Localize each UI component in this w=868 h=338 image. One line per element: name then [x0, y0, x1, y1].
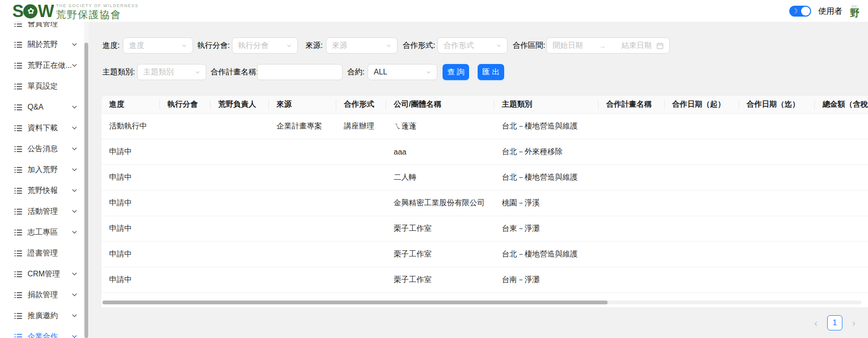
table-cell — [269, 216, 336, 242]
chevron-down-icon — [182, 43, 187, 48]
unordered-list-icon — [14, 103, 22, 111]
sidebar-item[interactable]: 活動管理 — [4, 202, 82, 221]
sidebar-item-label: CRM管理 — [28, 269, 60, 279]
table-cell — [815, 216, 868, 242]
sow-logo[interactable]: S✿W THE SOCIETY OF WILDERNESS 荒野保護協會 — [12, 2, 139, 21]
sidebar-item-label: 捐款管理 — [28, 290, 58, 300]
table-cell — [269, 267, 336, 293]
table-row[interactable]: 申請中金興精密工業股份有限公司桃園－淨溪 — [102, 191, 868, 216]
column-header: 荒野負責人 — [211, 96, 269, 114]
table-cell — [336, 139, 386, 165]
search-button[interactable]: 查 詢 — [443, 64, 469, 80]
coop-range-picker[interactable]: 開始日期 → 結束日期 — [546, 37, 670, 54]
table-row[interactable]: 申請中栗子工作室台南－淨灘 — [102, 267, 868, 293]
theme-toggle[interactable]: ☽ — [789, 6, 811, 17]
range-start-input[interactable]: 開始日期 — [553, 41, 583, 51]
sidebar-item[interactable]: Q&A — [4, 98, 82, 117]
top-header: S✿W THE SOCIETY OF WILDERNESS 荒野保護協會 ☽ 使… — [0, 0, 868, 22]
range-end-input[interactable]: 結束日期 — [621, 41, 652, 51]
sidebar-item[interactable]: 志工專區 — [4, 223, 82, 242]
sidebar-item[interactable]: 會員管理 — [4, 22, 82, 33]
pagination-next-button[interactable]: › — [846, 315, 861, 330]
sidebar-item[interactable]: 荒野快報 — [4, 181, 82, 200]
table-row[interactable]: 申請中二人轉台北－棲地營造與維護 — [102, 165, 868, 191]
table-cell — [739, 191, 815, 216]
sidebar-item-label: 志工專區 — [28, 228, 58, 238]
table-cell — [336, 267, 386, 293]
table-cell: ㄟ蓬蓬 — [386, 114, 494, 139]
sidebar-item[interactable]: 荒野正在做... — [4, 56, 82, 75]
unordered-list-icon — [14, 41, 22, 49]
column-header: 合作日期（迄） — [739, 96, 815, 114]
sidebar-scrollbar-track — [84, 22, 89, 338]
chevron-down-icon — [286, 43, 292, 48]
table-cell — [336, 165, 386, 191]
table-cell — [211, 114, 269, 139]
table-cell — [211, 191, 269, 216]
unordered-list-icon — [14, 145, 22, 153]
sidebar-item[interactable]: 加入荒野 — [4, 160, 82, 179]
sidebar-item-label: Q&A — [28, 103, 44, 111]
org-name: 荒野保護協會 — [56, 9, 139, 21]
topic-select[interactable]: 主題類別 — [137, 64, 206, 80]
flower-icon: ✿ — [23, 4, 37, 18]
sidebar-item[interactable]: CRM管理 — [4, 265, 82, 283]
export-button[interactable]: 匯 出 — [478, 64, 504, 80]
table-cell — [815, 114, 868, 139]
table-cell — [665, 191, 739, 216]
column-header: 合作計畫名稱 — [599, 96, 665, 114]
table-row[interactable]: 活動執行中企業計畫專案講座辦理ㄟ蓬蓬台北－棲地營造與維護 — [102, 114, 868, 139]
sidebar-item[interactable]: 推廣邀約 — [4, 306, 82, 325]
pagination-prev-button[interactable]: ‹ — [808, 315, 823, 330]
sidebar-scrollbar-thumb[interactable] — [84, 43, 88, 338]
results-table-card: 進度執行分會荒野負責人來源合作形式公司/團體名稱主題類別合作計畫名稱合作日期（起… — [102, 96, 868, 307]
unordered-list-icon — [14, 291, 22, 299]
table-body: 活動執行中企業計畫專案講座辦理ㄟ蓬蓬台北－棲地營造與維護申請中aaa台北－外來種… — [102, 114, 868, 293]
coop-type-select[interactable]: 合作形式 — [437, 37, 508, 54]
sidebar-item[interactable]: 單頁設定 — [4, 77, 82, 96]
table-row[interactable]: 申請中aaa台北－外來種移除 — [102, 139, 868, 165]
branch-select[interactable]: 執行分會 — [232, 37, 298, 54]
table-row[interactable]: 申請中栗子工作室台北－棲地營造與維護 — [102, 242, 868, 267]
table-cell: 台北－外來種移除 — [494, 139, 599, 165]
sidebar-item[interactable]: 公告消息 — [4, 139, 82, 158]
pagination-page-1[interactable]: 1 — [827, 315, 842, 330]
app-root: S✿W THE SOCIETY OF WILDERNESS 荒野保護協會 ☽ 使… — [0, 0, 868, 338]
chevron-down-icon — [72, 104, 77, 110]
pagination: ‹ 1 › — [808, 315, 861, 330]
chevron-down-icon — [72, 146, 77, 152]
table-cell — [599, 114, 665, 139]
table-cell: 申請中 — [102, 191, 160, 216]
table-cell — [599, 267, 665, 293]
avatar[interactable]: ·OC· 野 — [846, 2, 863, 20]
sidebar-item[interactable]: 資料下載 — [4, 119, 82, 137]
chevron-down-icon — [426, 70, 431, 75]
column-header: 執行分會 — [160, 96, 211, 114]
sidebar-item[interactable]: 企業合作 — [4, 327, 82, 338]
table-row[interactable]: 申請中栗子工作室台東－淨灘 — [102, 216, 868, 242]
table-cell — [160, 165, 211, 191]
table-cell — [160, 216, 211, 242]
plan-name-input[interactable] — [257, 64, 342, 80]
table-cell — [269, 139, 336, 165]
unordered-list-icon — [14, 124, 22, 132]
table-cell: 二人轉 — [386, 165, 494, 191]
source-select[interactable]: 來源 — [326, 37, 397, 54]
table-cell — [815, 191, 868, 216]
table-cell: 台北－棲地營造與維護 — [494, 242, 599, 267]
progress-select[interactable]: 進度 — [123, 37, 193, 54]
coop-range-label: 合作區間: — [513, 37, 545, 54]
sidebar-item-label: 證書管理 — [28, 248, 58, 258]
chevron-down-icon — [195, 70, 200, 75]
sidebar-item[interactable]: 證書管理 — [4, 244, 82, 263]
plan-name-label: 合作計畫名稱: — [211, 64, 258, 80]
sidebar-item[interactable]: 捐款管理 — [4, 285, 82, 304]
table-cell: 企業計畫專案 — [269, 114, 336, 139]
horizontal-scrollbar-thumb[interactable] — [102, 301, 608, 304]
chevron-down-icon — [72, 271, 77, 277]
contract-select[interactable]: ALL — [368, 64, 437, 80]
sidebar-item[interactable]: 關於荒野 — [4, 35, 82, 54]
table-cell — [599, 165, 665, 191]
table-cell — [739, 242, 815, 267]
sidebar-item-label: 推廣邀約 — [28, 311, 58, 321]
